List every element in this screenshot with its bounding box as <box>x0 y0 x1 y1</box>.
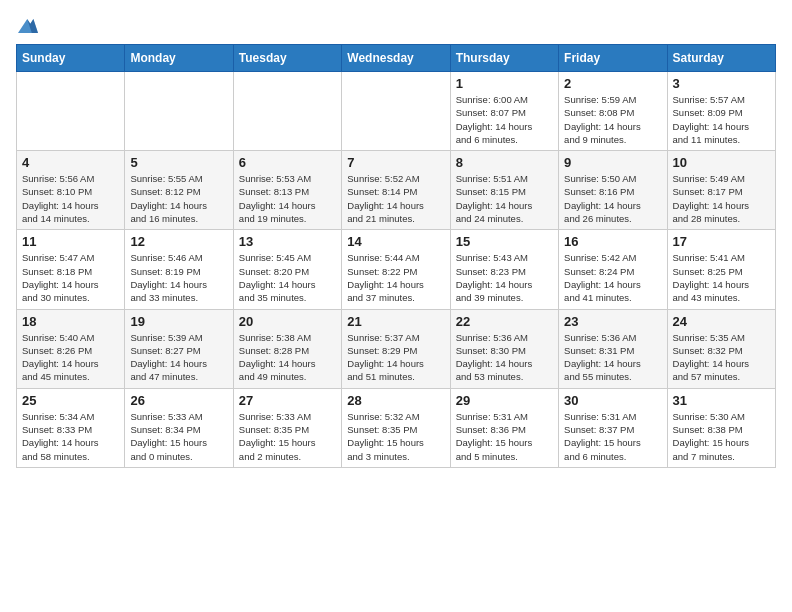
day-number: 5 <box>130 155 227 170</box>
day-info: Sunrise: 5:44 AM Sunset: 8:22 PM Dayligh… <box>347 251 444 304</box>
day-cell: 8Sunrise: 5:51 AM Sunset: 8:15 PM Daylig… <box>450 151 558 230</box>
day-number: 14 <box>347 234 444 249</box>
day-number: 8 <box>456 155 553 170</box>
calendar-table: SundayMondayTuesdayWednesdayThursdayFrid… <box>16 44 776 468</box>
day-cell <box>17 72 125 151</box>
day-cell: 15Sunrise: 5:43 AM Sunset: 8:23 PM Dayli… <box>450 230 558 309</box>
day-cell: 12Sunrise: 5:46 AM Sunset: 8:19 PM Dayli… <box>125 230 233 309</box>
day-cell: 16Sunrise: 5:42 AM Sunset: 8:24 PM Dayli… <box>559 230 667 309</box>
day-number: 28 <box>347 393 444 408</box>
day-number: 25 <box>22 393 119 408</box>
day-info: Sunrise: 5:51 AM Sunset: 8:15 PM Dayligh… <box>456 172 553 225</box>
day-info: Sunrise: 5:46 AM Sunset: 8:19 PM Dayligh… <box>130 251 227 304</box>
day-info: Sunrise: 5:32 AM Sunset: 8:35 PM Dayligh… <box>347 410 444 463</box>
page-header <box>16 16 776 36</box>
header-row: SundayMondayTuesdayWednesdayThursdayFrid… <box>17 45 776 72</box>
day-info: Sunrise: 5:56 AM Sunset: 8:10 PM Dayligh… <box>22 172 119 225</box>
header-saturday: Saturday <box>667 45 775 72</box>
day-number: 10 <box>673 155 770 170</box>
day-cell: 4Sunrise: 5:56 AM Sunset: 8:10 PM Daylig… <box>17 151 125 230</box>
day-number: 22 <box>456 314 553 329</box>
day-number: 4 <box>22 155 119 170</box>
day-cell: 21Sunrise: 5:37 AM Sunset: 8:29 PM Dayli… <box>342 309 450 388</box>
day-cell: 26Sunrise: 5:33 AM Sunset: 8:34 PM Dayli… <box>125 388 233 467</box>
day-info: Sunrise: 5:37 AM Sunset: 8:29 PM Dayligh… <box>347 331 444 384</box>
logo <box>16 16 44 36</box>
day-info: Sunrise: 5:42 AM Sunset: 8:24 PM Dayligh… <box>564 251 661 304</box>
day-info: Sunrise: 6:00 AM Sunset: 8:07 PM Dayligh… <box>456 93 553 146</box>
day-cell: 13Sunrise: 5:45 AM Sunset: 8:20 PM Dayli… <box>233 230 341 309</box>
week-row-3: 11Sunrise: 5:47 AM Sunset: 8:18 PM Dayli… <box>17 230 776 309</box>
header-friday: Friday <box>559 45 667 72</box>
day-cell: 11Sunrise: 5:47 AM Sunset: 8:18 PM Dayli… <box>17 230 125 309</box>
day-info: Sunrise: 5:41 AM Sunset: 8:25 PM Dayligh… <box>673 251 770 304</box>
day-info: Sunrise: 5:43 AM Sunset: 8:23 PM Dayligh… <box>456 251 553 304</box>
day-info: Sunrise: 5:52 AM Sunset: 8:14 PM Dayligh… <box>347 172 444 225</box>
day-cell: 22Sunrise: 5:36 AM Sunset: 8:30 PM Dayli… <box>450 309 558 388</box>
day-cell: 17Sunrise: 5:41 AM Sunset: 8:25 PM Dayli… <box>667 230 775 309</box>
day-info: Sunrise: 5:50 AM Sunset: 8:16 PM Dayligh… <box>564 172 661 225</box>
day-cell: 25Sunrise: 5:34 AM Sunset: 8:33 PM Dayli… <box>17 388 125 467</box>
day-cell: 2Sunrise: 5:59 AM Sunset: 8:08 PM Daylig… <box>559 72 667 151</box>
day-number: 16 <box>564 234 661 249</box>
day-cell: 23Sunrise: 5:36 AM Sunset: 8:31 PM Dayli… <box>559 309 667 388</box>
day-number: 2 <box>564 76 661 91</box>
day-info: Sunrise: 5:33 AM Sunset: 8:35 PM Dayligh… <box>239 410 336 463</box>
day-number: 17 <box>673 234 770 249</box>
header-monday: Monday <box>125 45 233 72</box>
day-number: 29 <box>456 393 553 408</box>
day-number: 11 <box>22 234 119 249</box>
day-cell: 9Sunrise: 5:50 AM Sunset: 8:16 PM Daylig… <box>559 151 667 230</box>
day-info: Sunrise: 5:53 AM Sunset: 8:13 PM Dayligh… <box>239 172 336 225</box>
day-info: Sunrise: 5:33 AM Sunset: 8:34 PM Dayligh… <box>130 410 227 463</box>
day-number: 18 <box>22 314 119 329</box>
day-info: Sunrise: 5:31 AM Sunset: 8:36 PM Dayligh… <box>456 410 553 463</box>
day-info: Sunrise: 5:35 AM Sunset: 8:32 PM Dayligh… <box>673 331 770 384</box>
day-info: Sunrise: 5:40 AM Sunset: 8:26 PM Dayligh… <box>22 331 119 384</box>
week-row-2: 4Sunrise: 5:56 AM Sunset: 8:10 PM Daylig… <box>17 151 776 230</box>
day-number: 21 <box>347 314 444 329</box>
header-wednesday: Wednesday <box>342 45 450 72</box>
day-cell: 10Sunrise: 5:49 AM Sunset: 8:17 PM Dayli… <box>667 151 775 230</box>
day-info: Sunrise: 5:39 AM Sunset: 8:27 PM Dayligh… <box>130 331 227 384</box>
day-info: Sunrise: 5:38 AM Sunset: 8:28 PM Dayligh… <box>239 331 336 384</box>
day-cell <box>342 72 450 151</box>
day-info: Sunrise: 5:49 AM Sunset: 8:17 PM Dayligh… <box>673 172 770 225</box>
day-cell: 5Sunrise: 5:55 AM Sunset: 8:12 PM Daylig… <box>125 151 233 230</box>
day-cell: 1Sunrise: 6:00 AM Sunset: 8:07 PM Daylig… <box>450 72 558 151</box>
week-row-4: 18Sunrise: 5:40 AM Sunset: 8:26 PM Dayli… <box>17 309 776 388</box>
day-cell: 19Sunrise: 5:39 AM Sunset: 8:27 PM Dayli… <box>125 309 233 388</box>
day-info: Sunrise: 5:31 AM Sunset: 8:37 PM Dayligh… <box>564 410 661 463</box>
day-info: Sunrise: 5:47 AM Sunset: 8:18 PM Dayligh… <box>22 251 119 304</box>
day-number: 7 <box>347 155 444 170</box>
day-number: 20 <box>239 314 336 329</box>
day-number: 23 <box>564 314 661 329</box>
day-cell: 28Sunrise: 5:32 AM Sunset: 8:35 PM Dayli… <box>342 388 450 467</box>
day-cell: 20Sunrise: 5:38 AM Sunset: 8:28 PM Dayli… <box>233 309 341 388</box>
day-cell: 18Sunrise: 5:40 AM Sunset: 8:26 PM Dayli… <box>17 309 125 388</box>
day-info: Sunrise: 5:34 AM Sunset: 8:33 PM Dayligh… <box>22 410 119 463</box>
day-number: 13 <box>239 234 336 249</box>
header-sunday: Sunday <box>17 45 125 72</box>
day-cell: 30Sunrise: 5:31 AM Sunset: 8:37 PM Dayli… <box>559 388 667 467</box>
logo-icon <box>16 16 40 36</box>
day-number: 31 <box>673 393 770 408</box>
day-info: Sunrise: 5:57 AM Sunset: 8:09 PM Dayligh… <box>673 93 770 146</box>
week-row-1: 1Sunrise: 6:00 AM Sunset: 8:07 PM Daylig… <box>17 72 776 151</box>
header-tuesday: Tuesday <box>233 45 341 72</box>
week-row-5: 25Sunrise: 5:34 AM Sunset: 8:33 PM Dayli… <box>17 388 776 467</box>
day-cell: 31Sunrise: 5:30 AM Sunset: 8:38 PM Dayli… <box>667 388 775 467</box>
day-number: 19 <box>130 314 227 329</box>
day-cell: 29Sunrise: 5:31 AM Sunset: 8:36 PM Dayli… <box>450 388 558 467</box>
day-number: 1 <box>456 76 553 91</box>
day-info: Sunrise: 5:36 AM Sunset: 8:30 PM Dayligh… <box>456 331 553 384</box>
day-info: Sunrise: 5:36 AM Sunset: 8:31 PM Dayligh… <box>564 331 661 384</box>
day-info: Sunrise: 5:45 AM Sunset: 8:20 PM Dayligh… <box>239 251 336 304</box>
day-number: 24 <box>673 314 770 329</box>
day-number: 27 <box>239 393 336 408</box>
day-cell: 6Sunrise: 5:53 AM Sunset: 8:13 PM Daylig… <box>233 151 341 230</box>
day-number: 12 <box>130 234 227 249</box>
day-info: Sunrise: 5:55 AM Sunset: 8:12 PM Dayligh… <box>130 172 227 225</box>
header-thursday: Thursday <box>450 45 558 72</box>
day-info: Sunrise: 5:30 AM Sunset: 8:38 PM Dayligh… <box>673 410 770 463</box>
